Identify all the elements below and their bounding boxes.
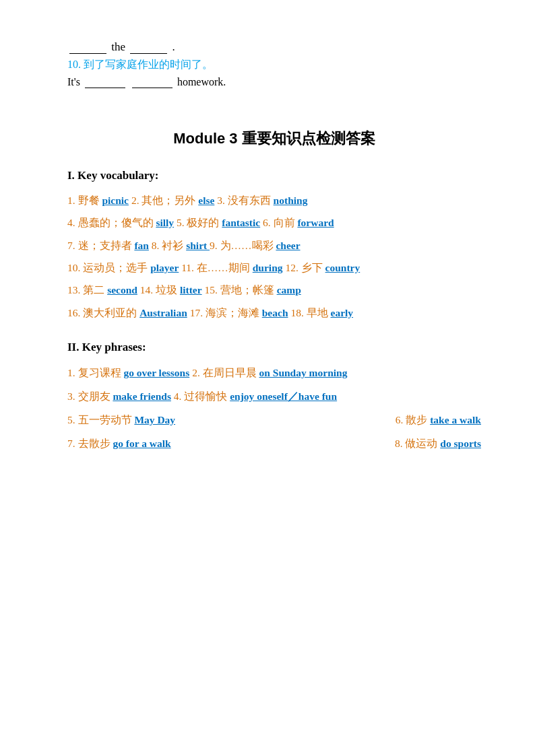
module-title: Module 3 重要知识点检测答案 xyxy=(67,129,481,149)
vocab-line-5: 13. 第二 second 14. 垃圾 litter 15. 营地；帐篷 ca… xyxy=(67,281,481,299)
its-word: It's xyxy=(67,76,80,88)
blank-1 xyxy=(69,53,106,54)
vocab-line-3: 7. 迷；支持者 fan 8. 衬衫 shirt 9. 为……喝彩 cheer xyxy=(67,237,481,254)
section2-title: II. Key phrases: xyxy=(67,341,481,354)
blank-3 xyxy=(85,88,125,88)
vocab-line-6: 16. 澳大利亚的 Australian 17. 海滨；海滩 beach 18.… xyxy=(67,304,481,322)
phrase-cn-4-r: 8. 做运动 xyxy=(395,438,440,449)
vocab-en-4-2: during xyxy=(253,262,283,273)
line1: the . xyxy=(67,40,481,54)
vocab-cn-4-1: 10. 运动员；选手 xyxy=(67,262,150,273)
vocab-cn-6-1: 16. 澳大利亚的 xyxy=(67,307,139,318)
phrase-line-2: 3. 交朋友 make friends 4. 过得愉快 enjoy onesel… xyxy=(67,387,481,406)
phrase-cn-3-r: 6. 散步 xyxy=(396,414,430,425)
phrase-cn-1-l: 1. 复习课程 xyxy=(67,367,123,378)
vocab-cn-3-1: 7. 迷；支持者 xyxy=(67,240,134,251)
period-1: . xyxy=(172,40,175,53)
phrase-en-4-r: do sports xyxy=(440,438,481,449)
vocab-cn-6-3: 18. 早地 xyxy=(290,307,330,318)
phrase-cn-2-r: 4. 过得愉快 xyxy=(174,390,230,402)
blank-2 xyxy=(130,53,167,54)
phrase-cn-3-l: 5. 五一劳动节 xyxy=(67,414,134,425)
vocab-cn-2-2: 5. 极好的 xyxy=(177,217,222,228)
vocab-cn-2-1: 4. 愚蠢的；傻气的 xyxy=(67,217,156,228)
vocab-en-5-3: camp xyxy=(277,284,301,296)
blank-4 xyxy=(132,88,172,88)
vocab-cn-5-2: 14. 垃圾 xyxy=(140,284,180,296)
vocab-en-3-1: fan xyxy=(134,240,149,251)
phrase-line-4: 7. 去散步 go for a walk 8. 做运动 do sports xyxy=(67,434,481,453)
vocab-line-1: 1. 野餐 picnic 2. 其他；另外 else 3. 没有东西 nothi… xyxy=(67,192,481,209)
vocab-cn-5-1: 13. 第二 xyxy=(67,284,107,296)
vocab-en-3-3: cheer xyxy=(276,240,300,251)
vocab-cn-3-3: 9. 为……喝彩 xyxy=(210,240,276,251)
phrase-line-3-right: 6. 散步 take a walk xyxy=(396,411,481,429)
the-word: the xyxy=(111,40,125,53)
vocab-en-5-2: litter xyxy=(180,284,202,296)
phrase-line-1: 1. 复习课程 go over lessons 2. 在周日早晨 on Sund… xyxy=(67,364,481,382)
vocab-cn-4-3: 12. 乡下 xyxy=(285,262,325,273)
vocab-cn-6-2: 17. 海滨；海滩 xyxy=(190,307,262,318)
vocab-cn-3-2: 8. 衬衫 xyxy=(152,240,186,251)
vocab-en-6-1: Australian xyxy=(139,307,187,318)
phrase-line-3-left: 5. 五一劳动节 May Day xyxy=(67,411,175,429)
phrase-en-3-l: May Day xyxy=(134,414,175,425)
vocab-en-2-2: fantastic xyxy=(222,217,260,228)
section1-title: I. Key vocabulary: xyxy=(67,169,481,182)
vocab-en-1-2: else xyxy=(198,195,214,206)
phrase-en-2-r: enjoy oneself／have fun xyxy=(230,390,337,402)
vocab-en-1-3: nothing xyxy=(274,195,308,206)
en-line-its: It's homework. xyxy=(67,76,481,88)
vocab-en-6-2: beach xyxy=(262,307,288,318)
vocab-en-1-1: picnic xyxy=(102,195,129,206)
vocab-en-6-3: early xyxy=(331,307,354,318)
phrase-line-4-left: 7. 去散步 go for a walk xyxy=(67,434,171,453)
vocab-cn-2-3: 6. 向前 xyxy=(263,217,297,228)
vocab-en-2-3: forward xyxy=(297,217,334,228)
vocab-en-3-2: shirt xyxy=(186,240,210,251)
phrase-cn-4-l: 7. 去散步 xyxy=(67,438,113,449)
vocab-cn-1-2: 2. 其他；另外 xyxy=(131,195,198,206)
vocab-en-5-1: second xyxy=(107,284,137,296)
vocab-line-4: 10. 运动员；选手 player 11. 在……期间 during 12. 乡… xyxy=(67,259,481,277)
vocab-en-4-1: player xyxy=(150,262,179,273)
phrase-cn-1-r: 2. 在周日早晨 xyxy=(192,367,259,378)
phrase-en-3-r: take a walk xyxy=(430,414,481,425)
phrase-line-4-right: 8. 做运动 do sports xyxy=(395,434,481,453)
phrase-en-4-l: go for a walk xyxy=(113,438,170,449)
top-section: the . 10. 到了写家庭作业的时间了。 It's homework. xyxy=(67,40,481,88)
phrase-en-1-l: go over lessons xyxy=(123,367,189,378)
vocab-cn-1-3: 3. 没有东西 xyxy=(217,195,273,206)
homework-word: homework. xyxy=(177,76,226,88)
vocab-line-2: 4. 愚蠢的；傻气的 silly 5. 极好的 fantastic 6. 向前 … xyxy=(67,214,481,232)
phrase-cn-2-l: 3. 交朋友 xyxy=(67,390,113,402)
phrase-line-3: 5. 五一劳动节 May Day 6. 散步 take a walk xyxy=(67,411,481,429)
vocab-en-2-1: silly xyxy=(156,217,174,228)
vocab-cn-1-1: 1. 野餐 xyxy=(67,195,102,206)
vocab-cn-5-3: 15. 营地；帐篷 xyxy=(205,284,277,296)
cn-line-10: 10. 到了写家庭作业的时间了。 xyxy=(67,58,481,72)
phrase-en-2-l: make friends xyxy=(113,390,171,402)
phrase-en-1-r: on Sunday morning xyxy=(259,367,348,378)
vocab-cn-4-2: 11. 在……期间 xyxy=(181,262,253,273)
vocab-en-4-3: country xyxy=(325,262,360,273)
